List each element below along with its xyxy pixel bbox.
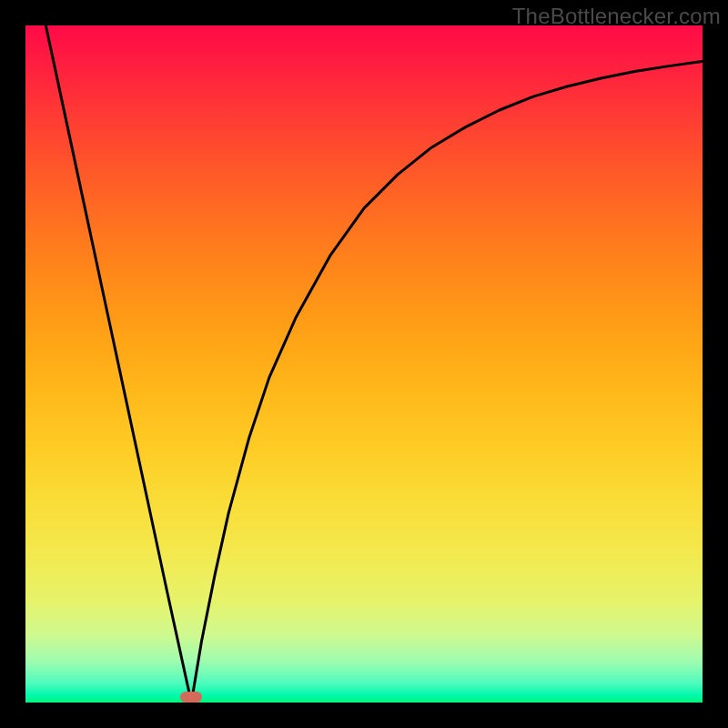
plot-area xyxy=(25,25,703,703)
chart-frame: TheBottlenecker.com xyxy=(0,0,728,728)
bottleneck-curve xyxy=(25,25,703,703)
watermark-label: TheBottlenecker.com xyxy=(512,4,721,29)
optimal-point-marker xyxy=(180,692,202,703)
